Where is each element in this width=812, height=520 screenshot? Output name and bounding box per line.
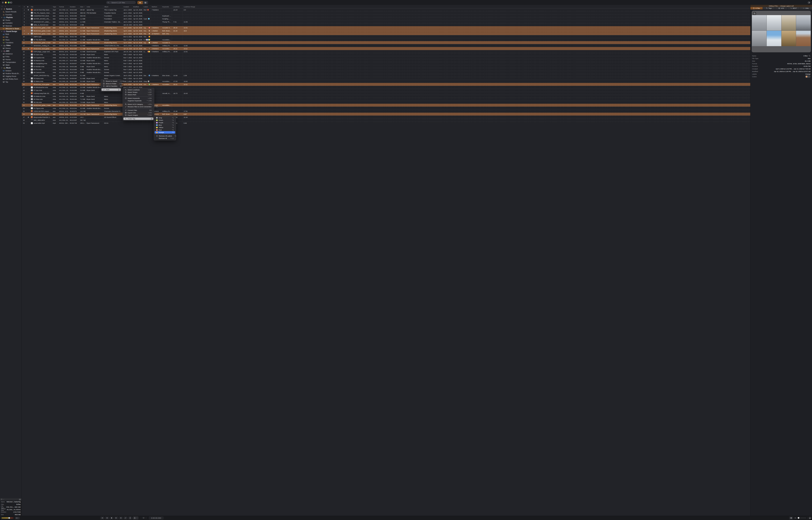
sidebar-item-search-results[interactable]: Search Results [0, 10, 22, 13]
list-view-button[interactable] [137, 1, 143, 4]
tools-item-export-images[interactable]: Export Images^⇧⌘E [123, 114, 153, 116]
column-header-dot[interactable]: # [22, 5, 26, 8]
tag-item-gray[interactable]: Gray^1 [155, 116, 175, 119]
column-header-modified[interactable]: Modified [132, 5, 143, 8]
sidebar-item-favorites[interactable]: Favorites [0, 13, 22, 16]
table-row[interactable]: 14 MUSCInst_ocva-guitar-th... wav 48 kHz… [22, 47, 255, 50]
sidebar-item-tap[interactable]: Tap [0, 81, 22, 83]
table-row[interactable]: 24 04 Humo.m4a m4a 44.1 kHz, 16... 04:08… [22, 77, 255, 80]
column-header-loudness[interactable]: Loudness [172, 5, 183, 8]
tag-item-green[interactable]: Green^2 [155, 119, 175, 121]
table-row[interactable]: 20 03 Mictlán.m4a m4a 44.1 kHz, 16... 04… [22, 65, 255, 68]
column-header-loudness-range[interactable]: Loudness Range [183, 5, 255, 8]
table-row[interactable]: 39 ocva-trailer.mp4 mp4 48 kHz, 320... 0… [22, 122, 255, 125]
table-row[interactable]: 2 PM_FN_Impacts_Heartbe... wav 48 kHz, 2… [22, 11, 255, 14]
sidebar-item-human[interactable]: Human [0, 58, 22, 61]
sidebar-item-water[interactable]: Water [0, 64, 22, 67]
sidebar-item-drums[interactable]: Drums [0, 19, 22, 22]
tag-item-blue[interactable]: Blue^4 [155, 124, 175, 126]
tag-item-remove-all[interactable]: Remove All^⌥0 [155, 137, 175, 139]
table-row[interactable]: 16 02 Icaro.m4a m4a 44.1 kHz, 16... 03:4… [22, 53, 255, 56]
table-row[interactable]: 11 07 The Bluff.m4a m4a 44.1 kHz, 14... … [22, 38, 255, 41]
sidebar-item-examples[interactable]: Examples [0, 22, 22, 24]
column-header-duration[interactable]: Duration [69, 5, 79, 8]
column-header-file[interactable]: File [30, 5, 52, 8]
table-row[interactable]: 23 WHSH_WHOOSH-Synth... wav 48 kHz, 24 b… [22, 74, 255, 77]
column-header-artist[interactable]: Artist [86, 5, 103, 8]
sidebar-section-system[interactable]: System [0, 8, 22, 10]
table-row[interactable]: 12 MUSCInst_guitar_6.wav wav 48 kHz, 16 … [22, 41, 255, 44]
tools-item-rename-files-to-ucs-convention[interactable]: Rename Files to UCS Convention⇧⌘U [123, 105, 153, 108]
tools-item-detect-loudness[interactable]: Detect Loudness⌥⌘L [123, 88, 153, 91]
column-header-keywords[interactable]: Keywords [161, 5, 172, 8]
grid-view-button[interactable] [143, 1, 148, 4]
search-input[interactable] [111, 1, 135, 4]
sidebar-item-demos[interactable]: Demos [0, 47, 22, 50]
column-header-size[interactable]: Size^ [79, 5, 86, 8]
sidebar-item-kyle-bobby-dunn[interactable]: Kyle Bobby Dunn [0, 78, 22, 80]
sidebar-item-jogging-house[interactable]: Jogging House [0, 75, 22, 78]
nav-forward-icon[interactable] [4, 5, 6, 7]
table-row[interactable]: 3 UNDERWATER_BUBBLES... wav 48 kHz, 24 b… [22, 14, 255, 17]
table-row[interactable]: 25 01 Manu.m4a m4a 44.1 kHz, 16... 04:24… [22, 80, 255, 83]
sidebar-item-ambient[interactable]: Ambient [0, 69, 22, 72]
nav-back-icon[interactable] [1, 5, 3, 7]
sidebar-section-playlists[interactable]: Playlists [0, 16, 22, 19]
sidebar-item-welcome-to-shadowtag[interactable]: Welcome to ShadowTag [0, 27, 22, 30]
column-header-colors[interactable]: Colors [143, 5, 151, 8]
search-field[interactable] [106, 1, 136, 4]
tools-item-convert-files[interactable]: Convert Files⌘E [123, 109, 153, 111]
sidebar-section-sfx[interactable]: SFX [0, 50, 22, 52]
tag-item-purple[interactable]: Purple^3 [155, 121, 175, 124]
tag-item-red[interactable]: Red^6 [155, 129, 175, 131]
tools-item-export-csv[interactable]: Export CSV⇧⌘E [123, 111, 153, 114]
sidebar-item-materials[interactable]: Materials [0, 25, 22, 27]
table-row[interactable]: 4 WATER_WAVES_ON_ROC... wav 48 kHz, 24 b… [22, 17, 255, 20]
sidebar-item-foley[interactable]: Foley [0, 55, 22, 58]
minimize-button[interactable] [5, 2, 7, 3]
zoom-button[interactable] [8, 2, 9, 3]
table-row[interactable]: 8 MUSCInst_guitar_5.wav wav 48 kHz, 16 b… [22, 29, 255, 32]
close-button[interactable] [2, 2, 4, 3]
column-header-markers[interactable]: Markers [151, 5, 161, 8]
sidebar-item-transportation[interactable]: Transportation [0, 61, 22, 64]
tools-item-detect-pitch[interactable]: Detect Pitch⌥⌘P [123, 94, 153, 96]
table-row[interactable]: 15 EXPLDsgn_Large Underw... wav 96 kHz, … [22, 50, 255, 53]
column-header-created[interactable]: Created [122, 5, 132, 8]
table-row[interactable]: 19 02 Daylighting.m4a m4a 44.1 kHz, 11..… [22, 62, 255, 65]
column-header-album[interactable]: Album [103, 5, 122, 8]
menu-item-add-to-favorites[interactable]: Add to Favorites⌘D [102, 85, 121, 87]
table-row[interactable]: 6 tabla_6_channel.wav wav 44.1 kHz, 16..… [22, 23, 255, 26]
tag-item-orange[interactable]: Orange^7 [155, 131, 175, 134]
menu-item-show-in-finder[interactable]: Show in Finder⇧⌘R [102, 82, 121, 85]
tools-item-detect-keywords[interactable]: Detect Keywords⌥⌘K [123, 97, 153, 100]
table-row[interactable]: 10 XMP4.mp4 mp4 48 kHz, 315... 00:02.793… [22, 35, 255, 38]
table-row[interactable]: 5 WHOOSH-HIT_Letter_Dr... wav 48 kHz, 24… [22, 20, 255, 23]
sidebar-item-transitions[interactable]: Transitions [0, 41, 22, 44]
menu-item-revert-to-saved[interactable]: Revert to Saved⌥⌘R [102, 80, 121, 82]
tag-item-yellow[interactable]: Yellow^5 [155, 126, 175, 129]
sidebar-item-heather-woods-broderick[interactable]: Heather Woods Broderick [0, 72, 22, 75]
tools-item-detect-tempo[interactable]: Detect Tempo⌥⌘T [123, 91, 153, 94]
table-row[interactable]: 7 MUSCInst_guitar_2.wav wav 48 kHz, 16 b… [22, 26, 255, 29]
column-header-dot[interactable] [26, 5, 30, 8]
table-row[interactable]: 26 MUSCInst_ocva-guitar-m... wav 48 kHz,… [22, 83, 255, 86]
column-header-format[interactable]: Format [58, 5, 69, 8]
sidebar-section-sound-design[interactable]: Sound Design [0, 30, 22, 33]
table-row[interactable]: 1 and-oh-how-they-dance... mp3 44.1 kHz,… [22, 8, 255, 11]
sidebar-item-rises[interactable]: Rises [0, 38, 22, 41]
left-sidebar-toggle-icon[interactable] [10, 1, 12, 4]
tools-item-organize-keywords[interactable]: Organize Keywords^⌥⌘K [123, 100, 153, 102]
sidebar-section-music[interactable]: Music [0, 67, 22, 69]
column-header-type[interactable]: Type [52, 5, 58, 8]
sidebar-item-ambience[interactable]: Ambience [0, 52, 22, 55]
table-row[interactable]: 13 WHOOSH_Analog_Proce... wav 48 kHz, 24… [22, 44, 255, 47]
tools-item-finder-tag[interactable]: Finder Tag❯ [123, 118, 153, 120]
sidebar-section-video[interactable]: Video [0, 44, 22, 47]
sidebar-item-beds[interactable]: Beds [0, 33, 22, 35]
tools-item-detect-ucs-category[interactable]: Detect UCS Category⌥⌘U [123, 103, 153, 105]
table-row[interactable]: 22 05 Caracol.m4a m4a 44.1 kHz, 13... 04… [22, 71, 255, 74]
table-row[interactable]: 21 06 Tor.m4a m4a 44.1 kHz, 12... 05:16.… [22, 68, 255, 71]
table-row[interactable]: 9 MUSCInst_guitar_4.wav wav 48 kHz, 16 b… [22, 32, 255, 35]
table-row[interactable]: 18 05 Mantra.m4a m4a 44.1 kHz, 17... 03:… [22, 59, 255, 62]
